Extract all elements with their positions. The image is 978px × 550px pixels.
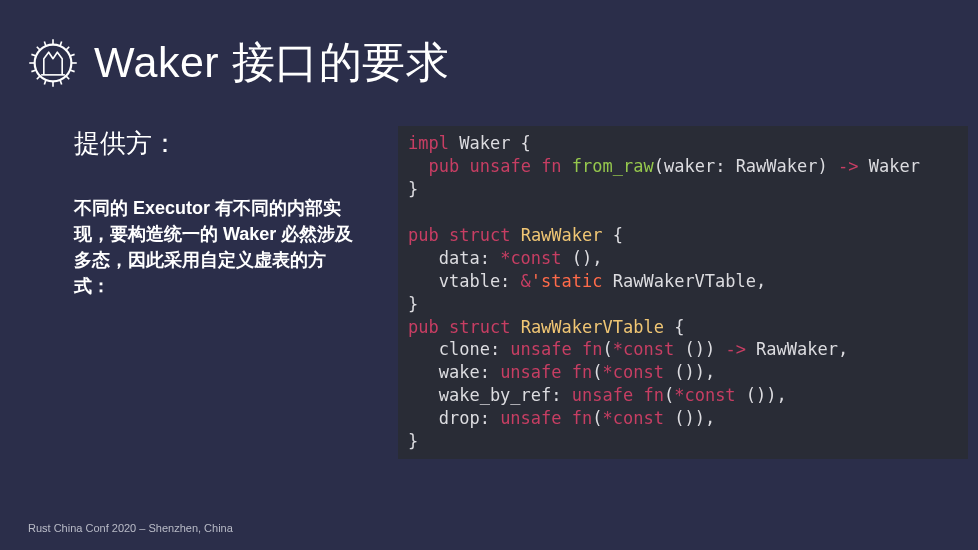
gear-logo-icon [26, 36, 80, 90]
slide-title: Waker 接口的要求 [94, 34, 449, 92]
slide-footer: Rust China Conf 2020 – Shenzhen, China [28, 522, 233, 534]
slide-content: 提供方： 不同的 Executor 有不同的内部实现，要构造统一的 Waker … [0, 92, 978, 459]
subheading: 提供方： [74, 126, 354, 161]
slide-header: Waker 接口的要求 [0, 0, 978, 92]
code-snippet: impl Waker { pub unsafe fn from_raw(wake… [398, 126, 968, 459]
body-paragraph: 不同的 Executor 有不同的内部实现，要构造统一的 Waker 必然涉及多… [74, 195, 354, 299]
left-column: 提供方： 不同的 Executor 有不同的内部实现，要构造统一的 Waker … [74, 126, 354, 459]
